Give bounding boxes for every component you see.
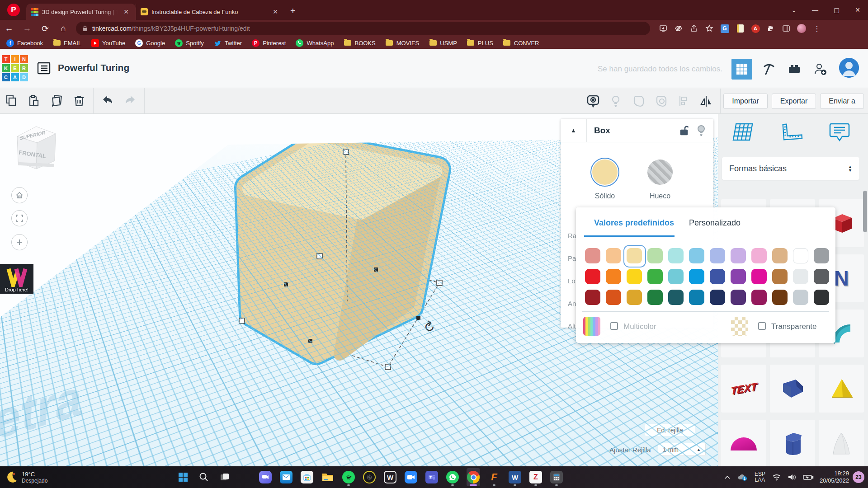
color-swatch[interactable]	[793, 290, 808, 305]
export-button[interactable]: Exportar	[772, 94, 816, 109]
fit-view-button[interactable]	[11, 210, 28, 226]
transparent-swatch[interactable]	[731, 317, 748, 336]
shape-category-select[interactable]: Formas básicas ▲▼	[722, 157, 859, 180]
translate-extension-icon[interactable]: G	[720, 23, 730, 33]
minimize-button[interactable]: —	[804, 0, 826, 20]
shape-tile-magenta-dome[interactable]	[721, 420, 766, 468]
taskbar-game-icon[interactable]	[363, 468, 376, 486]
color-swatch[interactable]	[814, 248, 829, 263]
edit-grid-button[interactable]: Ed. rejilla	[645, 424, 695, 436]
design-menu-icon[interactable]	[36, 61, 52, 76]
hide-bulb-icon[interactable]	[696, 125, 706, 136]
color-swatch[interactable]	[814, 290, 829, 305]
design-title[interactable]: Powerful Turing	[58, 62, 129, 73]
color-swatch[interactable]	[772, 269, 788, 284]
bookmark-movies[interactable]: MOVIES	[386, 39, 420, 47]
share-icon[interactable]	[689, 23, 699, 33]
color-swatch[interactable]	[647, 269, 663, 284]
adblock-extension-icon[interactable]: A	[750, 23, 760, 33]
color-swatch[interactable]	[647, 248, 663, 263]
bookmark-books[interactable]: BOOKS	[344, 39, 375, 47]
shape-tile-yellow-pyramid[interactable]	[819, 365, 864, 413]
color-swatch[interactable]	[647, 290, 663, 305]
scrollbar-thumb[interactable]	[863, 191, 867, 232]
color-swatch[interactable]	[710, 269, 725, 284]
volume-icon[interactable]	[788, 474, 797, 481]
shape-tile-white-cone[interactable]	[819, 420, 864, 468]
color-swatch[interactable]	[731, 290, 746, 305]
close-button[interactable]: ✕	[847, 0, 868, 20]
tab-close-icon[interactable]: ✕	[270, 7, 280, 16]
solid-option[interactable]	[590, 158, 619, 187]
color-swatch[interactable]	[606, 290, 621, 305]
zoom-in-button[interactable]	[11, 234, 28, 250]
taskbar-chrome-icon[interactable]	[467, 468, 480, 486]
taskbar-fusion360-icon[interactable]: F	[487, 468, 501, 486]
color-swatch[interactable]	[751, 269, 767, 284]
color-swatch[interactable]	[606, 248, 621, 263]
color-swatch[interactable]	[814, 269, 829, 284]
bookmark-facebook[interactable]: fFacebook	[6, 39, 43, 47]
taskbar-zotero-icon[interactable]: Z	[529, 468, 542, 486]
bookmark-star-icon[interactable]	[704, 23, 714, 33]
color-swatch[interactable]	[668, 269, 684, 284]
color-swatch[interactable]	[772, 248, 788, 263]
redo-icon[interactable]	[123, 93, 138, 108]
reload-icon[interactable]: ⟳	[40, 23, 50, 34]
multicolor-swatch[interactable]	[583, 317, 600, 336]
notes-tool-icon[interactable]	[829, 122, 850, 143]
bookmark-conver[interactable]: CONVER	[503, 39, 539, 47]
bookmark-plus[interactable]: PLUS	[467, 39, 493, 47]
forward-icon[interactable]: →	[22, 23, 32, 33]
tab-preset-colors[interactable]: Valores predefinidos	[594, 218, 674, 228]
color-swatch[interactable]	[606, 269, 621, 284]
paste-icon[interactable]	[26, 93, 42, 108]
back-icon[interactable]: ←	[4, 23, 14, 33]
profile-avatar[interactable]	[797, 23, 807, 33]
show-all-icon[interactable]	[585, 94, 601, 109]
tinkercad-logo[interactable]: TINKERCAD	[2, 55, 28, 81]
taskbar-start-icon[interactable]	[176, 468, 190, 486]
notification-badge[interactable]: 23	[853, 471, 864, 483]
menu-kebab-icon[interactable]: ⋮	[812, 23, 822, 33]
color-swatch[interactable]	[627, 269, 642, 284]
preview-eye-icon[interactable]	[674, 23, 684, 33]
bookmark-youtube[interactable]: YouTube	[91, 39, 125, 47]
pinterest-icon[interactable]: P	[7, 4, 20, 16]
color-swatch[interactable]	[793, 269, 808, 284]
battery-charging-icon[interactable]	[803, 474, 814, 480]
user-avatar[interactable]	[839, 58, 859, 78]
color-swatch[interactable]	[772, 290, 788, 305]
delete-trash-icon[interactable]	[71, 93, 87, 108]
docs-extension-icon[interactable]	[735, 23, 745, 33]
color-swatch[interactable]	[689, 269, 704, 284]
url-bar[interactable]: tinkercad.com/things/kBY2J5p4HUF-powerfu…	[76, 22, 650, 35]
bookmark-google[interactable]: GGoogle	[135, 39, 165, 47]
taskbar-teams-icon[interactable]: T	[425, 468, 439, 486]
send-button[interactable]: Enviar a	[820, 94, 864, 109]
home-icon[interactable]: ⌂	[58, 23, 68, 33]
bookmark-twitter[interactable]: Twitter	[214, 39, 242, 47]
clock-widget[interactable]: 19:29 20/05/2022	[820, 470, 849, 484]
color-swatch[interactable]	[585, 269, 600, 284]
color-swatch[interactable]	[793, 248, 808, 263]
color-swatch[interactable]	[710, 248, 725, 263]
onedrive-sync-icon[interactable]	[737, 473, 748, 481]
color-swatch[interactable]	[731, 248, 746, 263]
color-swatch[interactable]	[689, 248, 704, 263]
taskbar-calculator-icon[interactable]	[550, 468, 563, 486]
hole-option[interactable]	[646, 158, 675, 187]
taskbar-store-icon[interactable]	[300, 468, 314, 486]
color-swatch[interactable]	[751, 248, 767, 263]
flip-mirror-icon[interactable]	[698, 94, 714, 109]
taskbar-spotify-icon[interactable]	[342, 468, 355, 486]
ruler-tool-icon[interactable]	[780, 122, 803, 143]
minecraft-pickaxe-icon[interactable]	[759, 59, 779, 80]
install-icon[interactable]	[658, 23, 668, 33]
shape-name[interactable]: Box	[594, 126, 679, 136]
color-swatch[interactable]	[585, 248, 600, 263]
undo-icon[interactable]	[100, 93, 115, 108]
bookmark-pinterest[interactable]: PPinterest	[252, 39, 286, 47]
taskbar-word-icon[interactable]: W	[508, 468, 522, 486]
taskbar-mail-icon[interactable]	[279, 468, 293, 486]
